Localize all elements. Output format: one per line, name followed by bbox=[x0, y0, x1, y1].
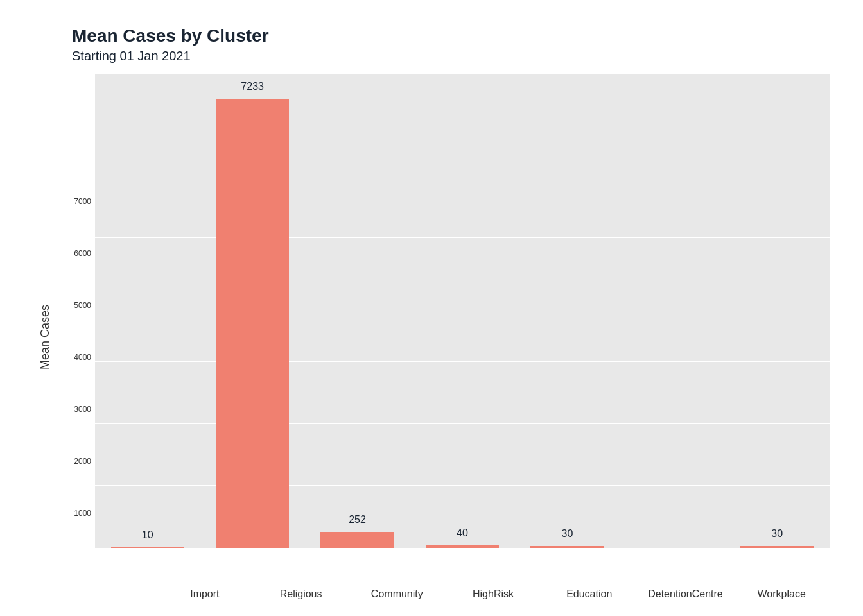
bar-value-label: 10 bbox=[142, 529, 153, 541]
bar-value-label: 252 bbox=[349, 514, 366, 526]
bar-group bbox=[620, 74, 724, 548]
y-tick-label: 7000 bbox=[74, 114, 91, 123]
bar-group: 7233 bbox=[200, 74, 304, 548]
plot-area: 107233252403030 bbox=[95, 74, 830, 548]
x-label-highrisk: HighRisk bbox=[445, 583, 541, 600]
y-axis-ticks: 1000200030004000500060007000 bbox=[57, 74, 95, 548]
bar-value-label: 30 bbox=[771, 528, 783, 540]
chart-title: Mean Cases by Cluster bbox=[72, 26, 830, 46]
bar-workplace: 30 bbox=[740, 546, 814, 548]
x-label-education: Education bbox=[541, 583, 638, 600]
bar-group: 40 bbox=[410, 74, 514, 548]
x-label-import: Import bbox=[157, 583, 253, 600]
bar-group: 30 bbox=[515, 74, 620, 548]
y-tick-label: 5000 bbox=[74, 237, 91, 246]
bar-highrisk: 40 bbox=[426, 545, 499, 548]
y-axis-label: Mean Cases bbox=[33, 74, 57, 600]
bar-group: 30 bbox=[725, 74, 830, 548]
bar-religious: 7233 bbox=[216, 99, 289, 548]
bar-value-label: 40 bbox=[457, 527, 468, 539]
y-tick-label: 2000 bbox=[74, 424, 91, 432]
y-tick-label: 4000 bbox=[74, 300, 91, 309]
y-tick-label: 1000 bbox=[74, 485, 91, 494]
bar-group: 10 bbox=[95, 74, 200, 548]
x-label-religious: Religious bbox=[253, 583, 349, 600]
chart-subtitle: Starting 01 Jan 2021 bbox=[72, 49, 830, 64]
x-label-detentioncentre: DetentionCentre bbox=[638, 583, 734, 600]
bar-value-label: 30 bbox=[561, 528, 573, 540]
bar-import: 10 bbox=[111, 547, 184, 548]
bar-education: 30 bbox=[530, 546, 604, 548]
bar-community: 252 bbox=[320, 532, 394, 547]
chart-container: Mean Cases by Cluster Starting 01 Jan 20… bbox=[21, 13, 842, 603]
bar-group: 252 bbox=[305, 74, 410, 548]
x-axis-labels: ImportReligiousCommunityHighRiskEducatio… bbox=[157, 583, 830, 600]
bar-value-label: 7233 bbox=[241, 81, 264, 92]
x-label-workplace: Workplace bbox=[733, 583, 830, 600]
x-label-community: Community bbox=[349, 583, 445, 600]
y-tick-label: 3000 bbox=[74, 361, 91, 370]
y-tick-label: 6000 bbox=[74, 176, 91, 185]
chart-area: Mean Cases 1000200030004000500060007000 … bbox=[33, 74, 830, 600]
